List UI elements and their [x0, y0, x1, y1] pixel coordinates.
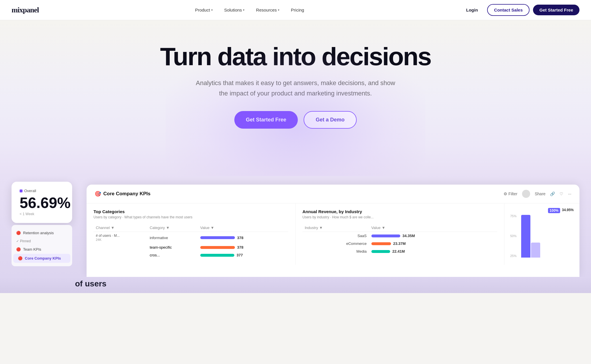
bottom-stat-bar: of users	[0, 277, 591, 293]
nav-links: Product ▾ Solutions ▾ Resources ▾ Pricin…	[190, 5, 309, 15]
bar-label-pct: 34.95%	[562, 208, 574, 213]
vertical-bars	[519, 214, 543, 258]
nav-actions: Login Contact Sales Get Started Free	[460, 4, 579, 16]
link-icon[interactable]: 🔗	[550, 192, 555, 196]
get-demo-button[interactable]: Get a Demo	[304, 111, 357, 129]
kpi-float-card: Overall 56.69% < 1 Week	[12, 182, 72, 223]
annual-revenue-title: Annual Revenue, by Industry	[302, 209, 497, 214]
category-cell: team-specific	[147, 243, 198, 251]
panel-emoji: 🎯	[95, 191, 101, 197]
nav-pricing[interactable]: Pricing	[286, 5, 309, 15]
top-categories-subtitle: Users by category · What types of channe…	[93, 215, 288, 219]
annual-revenue-subtitle: Users by industry · How much $ are we co…	[302, 215, 497, 219]
top-categories-section: Top Categories Users by category · What …	[87, 203, 296, 265]
sidebar-pinned-section: ✓ Pinned	[12, 237, 72, 245]
annual-revenue-table: Industry ▼ Value ▼ SaaS 34.35M	[302, 224, 497, 255]
navbar: mixpanel Product ▾ Solutions ▾ Resources…	[0, 0, 591, 20]
value-cell: 378	[198, 232, 288, 244]
col-rev-value[interactable]: Value ▼	[369, 224, 498, 232]
sidebar-team-kpis[interactable]: 🔴 Team KPIs	[12, 245, 72, 254]
chevron-down-icon: ▾	[243, 8, 244, 12]
top-categories-title: Top Categories	[93, 209, 288, 214]
top-categories-table: Channel ▼ Category ▼ Value ▼ # of users …	[93, 224, 288, 259]
industry-name: eCommerce	[302, 240, 369, 247]
col-value[interactable]: Value ▼	[198, 224, 288, 232]
category-cell: informative	[147, 232, 198, 244]
nav-resources[interactable]: Resources ▾	[251, 5, 284, 15]
value-cell: 377	[198, 251, 288, 259]
filter-icon: ⚙	[504, 192, 507, 196]
table-row: SaaS 34.35M	[302, 232, 497, 240]
table-row: eCommerce 23.37M	[302, 240, 497, 247]
nav-solutions[interactable]: Solutions ▾	[220, 5, 249, 15]
panel-title: 🎯 Core Company KPIs	[95, 191, 150, 197]
kpi-label: Overall	[20, 189, 64, 193]
kpi-sub: < 1 Week	[20, 212, 64, 216]
industry-name: Media	[302, 247, 369, 255]
industry-value: 34.35M	[369, 232, 498, 240]
charts-row: Top Categories Users by category · What …	[87, 203, 579, 265]
hero-subtitle: Analytics that makes it easy to get answ…	[192, 78, 399, 98]
logo[interactable]: mixpanel	[12, 6, 39, 14]
bar-labels: 100% 34.95%	[510, 208, 574, 213]
right-bar-chart-section: 100% 34.95% 75% 50% 25%	[504, 203, 579, 265]
table-row: # of users · M...24K informative 378	[93, 232, 288, 244]
main-panel: 🎯 Core Company KPIs ⚙ Filter Share 🔗 ♡ ·…	[87, 185, 579, 277]
heart-icon[interactable]: ♡	[560, 192, 563, 196]
contact-sales-button[interactable]: Contact Sales	[487, 4, 530, 16]
industry-value: 23.37M	[369, 240, 498, 247]
sidebar-retention[interactable]: 🔴 Retention analysis	[12, 228, 72, 237]
hero-section: Turn data into decisions Analytics that …	[0, 20, 591, 176]
annual-revenue-section: Annual Revenue, by Industry Users by ind…	[296, 203, 504, 265]
users-stat-suffix: of users	[75, 279, 106, 288]
share-avatar	[522, 190, 530, 198]
col-category[interactable]: Category ▼	[147, 224, 198, 232]
dashboard-preview: Overall 56.69% < 1 Week 🔴 Retention anal…	[0, 176, 591, 277]
col-industry[interactable]: Industry ▼	[302, 224, 369, 232]
chevron-down-icon: ▾	[278, 8, 279, 12]
chevron-down-icon: ▾	[211, 8, 213, 12]
bar-col-1	[521, 215, 530, 258]
more-options-icon[interactable]: ···	[568, 192, 571, 196]
hero-title: Turn data into decisions	[12, 43, 579, 70]
sidebar-mini: 🔴 Retention analysis ✓ Pinned 🔴 Team KPI…	[12, 225, 72, 266]
industry-name: SaaS	[302, 232, 369, 240]
sidebar-core-kpis[interactable]: 🔴 Core Company KPIs	[13, 254, 70, 263]
table-row: Media 22.41M	[302, 247, 497, 255]
get-started-hero-button[interactable]: Get Started Free	[234, 111, 298, 129]
channel-cell: # of users · M...24K	[93, 232, 147, 244]
y-axis: 75% 50% 25%	[510, 214, 519, 258]
value-cell: 378	[198, 243, 288, 251]
panel-actions: ⚙ Filter Share 🔗 ♡ ···	[504, 190, 571, 198]
get-started-nav-button[interactable]: Get Started Free	[533, 5, 579, 15]
bar-col-2	[531, 215, 540, 258]
kpi-dot	[20, 189, 23, 192]
hero-buttons: Get Started Free Get a Demo	[12, 111, 579, 129]
share-button[interactable]: Share	[535, 192, 545, 196]
table-row: team-specific 378	[93, 243, 288, 251]
filter-button[interactable]: ⚙ Filter	[504, 192, 517, 196]
col-channel[interactable]: Channel ▼	[93, 224, 147, 232]
nav-product[interactable]: Product ▾	[190, 5, 217, 15]
industry-value: 22.41M	[369, 247, 498, 255]
table-row: cros... 377	[93, 251, 288, 259]
login-button[interactable]: Login	[460, 5, 484, 15]
bar-chart-wrap: 75% 50% 25%	[510, 214, 574, 258]
panel-header: 🎯 Core Company KPIs ⚙ Filter Share 🔗 ♡ ·…	[87, 185, 579, 203]
bar-label-100: 100%	[548, 208, 560, 213]
kpi-value: 56.69%	[20, 195, 64, 210]
category-cell: cros...	[147, 251, 198, 259]
